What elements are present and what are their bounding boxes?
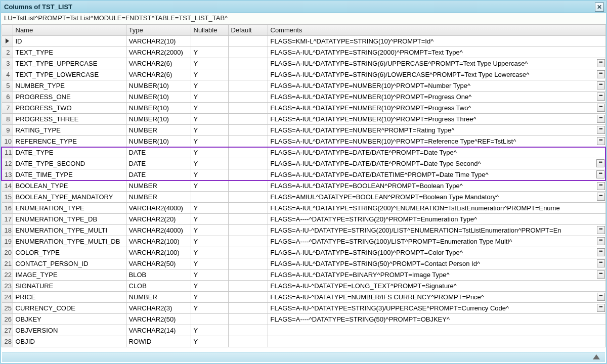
row-header[interactable]: 3 xyxy=(2,58,13,69)
cell-nullable[interactable] xyxy=(191,314,228,325)
cell-type[interactable]: NUMBER xyxy=(126,180,191,192)
table-row[interactable]: 18ENUMERATION_TYPE_MULTIVARCHAR2(4000)YF… xyxy=(2,225,605,236)
cell-name[interactable]: COLOR_TYPE xyxy=(13,247,126,258)
cell-type[interactable]: VARCHAR2(20) xyxy=(126,214,191,225)
cell-type[interactable]: VARCHAR2(100) xyxy=(126,247,191,258)
row-header[interactable]: 9 xyxy=(2,125,13,136)
cell-default[interactable] xyxy=(228,180,268,192)
grid-viewport[interactable]: Name Type Nullable Default Comments IDVA… xyxy=(1,24,606,363)
table-row[interactable]: 20COLOR_TYPEVARCHAR2(100)YFLAGS=A-IUL^DA… xyxy=(2,247,605,258)
row-header[interactable]: 24 xyxy=(2,292,13,303)
cell-name[interactable]: ID xyxy=(13,36,126,47)
row-header[interactable]: 18 xyxy=(2,225,13,236)
header-name[interactable]: Name xyxy=(13,25,126,36)
cell-default[interactable] xyxy=(228,47,268,58)
ellipsis-button[interactable]: ••• xyxy=(597,126,605,134)
cell-default[interactable] xyxy=(228,292,268,303)
table-row[interactable]: 27OBJVERSIONVARCHAR2(14)Y xyxy=(2,325,605,336)
cell-name[interactable]: OBJID xyxy=(13,336,126,347)
cell-name[interactable]: PRICE xyxy=(13,292,126,303)
table-row[interactable]: 7PROGRESS_TWONUMBER(10)YFLAGS=A-IUL^DATA… xyxy=(2,103,605,114)
cell-comments[interactable]: FLAGS=A-IUL^DATATYPE=DATE/DATE^PROMPT=Da… xyxy=(268,147,605,158)
table-row[interactable]: 23SIGNATURECLOBYFLAGS=A-IU-^DATATYPE=LON… xyxy=(2,281,605,292)
cell-type[interactable]: VARCHAR2(4000) xyxy=(126,203,191,214)
row-header[interactable] xyxy=(2,36,13,47)
cell-default[interactable] xyxy=(228,92,268,103)
ellipsis-button[interactable]: ••• xyxy=(597,137,605,145)
cell-type[interactable]: VARCHAR2(6) xyxy=(126,58,191,69)
cell-comments[interactable]: FLAGS=A-IUL^DATATYPE=STRING(2000)^PROMPT… xyxy=(268,47,605,58)
cell-type[interactable]: NUMBER(10) xyxy=(126,80,191,92)
cell-default[interactable] xyxy=(228,125,268,136)
cell-comments[interactable]: FLAGS=A-IUL^DATATYPE=STRING(6)/UPPERCASE… xyxy=(268,58,605,69)
cell-name[interactable]: DATE_TYPE_SECOND xyxy=(13,158,126,169)
cell-default[interactable] xyxy=(228,169,268,180)
cell-type[interactable]: VARCHAR2(100) xyxy=(126,236,191,247)
header-comments[interactable]: Comments xyxy=(268,25,605,36)
close-icon[interactable]: ✕ xyxy=(595,3,604,12)
row-header[interactable]: 4 xyxy=(2,69,13,80)
table-row[interactable]: 26OBJKEYVARCHAR2(50)FLAGS=A----^DATATYPE… xyxy=(2,314,605,325)
ellipsis-button[interactable]: ••• xyxy=(596,170,604,178)
table-row[interactable]: 4TEXT_TYPE_LOWERCASEVARCHAR2(6)YFLAGS=A-… xyxy=(2,69,605,80)
cell-nullable[interactable]: Y xyxy=(191,69,228,80)
row-header[interactable]: 15 xyxy=(2,192,13,203)
cell-type[interactable]: VARCHAR2(6) xyxy=(126,69,191,80)
cell-type[interactable]: VARCHAR2(4000) xyxy=(126,225,191,236)
cell-comments[interactable]: FLAGS=A-IUL^DATATYPE=STRING(6)/LOWERCASE… xyxy=(268,69,605,80)
cell-nullable[interactable]: Y xyxy=(191,325,228,336)
cell-nullable[interactable]: Y xyxy=(191,92,228,103)
cell-type[interactable]: VARCHAR2(14) xyxy=(126,325,191,336)
cell-default[interactable] xyxy=(228,203,268,214)
cell-name[interactable]: NUMBER_TYPE xyxy=(13,80,126,92)
cell-type[interactable]: VARCHAR2(3) xyxy=(126,303,191,314)
cell-comments[interactable]: FLAGS=A-IUL^DATATYPE=BOOLEAN^PROMPT=Bool… xyxy=(268,180,605,192)
cell-default[interactable] xyxy=(228,58,268,69)
row-header[interactable]: 10 xyxy=(2,136,13,147)
row-header[interactable]: 12 xyxy=(2,158,13,169)
cell-nullable[interactable]: Y xyxy=(191,303,228,314)
cell-comments[interactable]: FLAGS=A-IU-^DATATYPE=LONG_TEXT^PROMPT=Si… xyxy=(268,281,605,292)
cell-type[interactable]: VARCHAR2(2000) xyxy=(126,47,191,58)
cell-type[interactable]: VARCHAR2(10) xyxy=(126,36,191,47)
cell-type[interactable]: BLOB xyxy=(126,269,191,281)
cell-type[interactable]: NUMBER(10) xyxy=(126,103,191,114)
cell-name[interactable]: DATE_TYPE xyxy=(13,147,126,158)
header-default[interactable]: Default xyxy=(228,25,268,36)
cell-nullable[interactable]: Y xyxy=(191,114,228,125)
cell-default[interactable] xyxy=(228,136,268,147)
cell-default[interactable] xyxy=(228,236,268,247)
cell-name[interactable]: CURRENCY_CODE xyxy=(13,303,126,314)
cell-type[interactable]: NUMBER xyxy=(126,292,191,303)
table-row[interactable]: 14BOOLEAN_TYPENUMBERYFLAGS=A-IUL^DATATYP… xyxy=(2,180,605,192)
row-header[interactable]: 19 xyxy=(2,236,13,247)
ellipsis-button[interactable]: ••• xyxy=(597,182,605,190)
cell-name[interactable]: OBJVERSION xyxy=(13,325,126,336)
ellipsis-button[interactable]: ••• xyxy=(597,93,605,101)
table-row[interactable]: 8PROGRESS_THREENUMBER(10)YFLAGS=A-IUL^DA… xyxy=(2,114,605,125)
cell-default[interactable] xyxy=(228,281,268,292)
cell-nullable[interactable]: Y xyxy=(191,336,228,347)
cell-name[interactable]: PROGRESS_ONE xyxy=(13,92,126,103)
table-row[interactable]: 5NUMBER_TYPENUMBER(10)YFLAGS=A-IUL^DATAT… xyxy=(2,80,605,92)
cell-name[interactable]: PROGRESS_THREE xyxy=(13,114,126,125)
cell-comments[interactable] xyxy=(268,336,605,347)
cell-nullable[interactable]: Y xyxy=(191,269,228,281)
table-row[interactable]: 21CONTACT_PERSON_IDVARCHAR2(50)YFLAGS=A-… xyxy=(2,258,605,269)
cell-name[interactable]: ENUMERATION_TYPE_DB xyxy=(13,214,126,225)
table-row[interactable]: 19ENUMERATION_TYPE_MULTI_DBVARCHAR2(100)… xyxy=(2,236,605,247)
cell-default[interactable] xyxy=(228,80,268,92)
cell-default[interactable] xyxy=(228,247,268,258)
cell-type[interactable]: VARCHAR2(50) xyxy=(126,314,191,325)
cell-nullable[interactable]: Y xyxy=(191,169,228,180)
ellipsis-button[interactable]: ••• xyxy=(597,115,605,123)
cell-comments[interactable]: FLAGS=A-IUL^DATATYPE=DATE/DATE^PROMPT=Da… xyxy=(268,158,605,169)
cell-nullable[interactable]: Y xyxy=(191,147,228,158)
cell-comments[interactable]: FLAGS=A----^DATATYPE=STRING(20)^PROMPT=E… xyxy=(268,214,605,225)
cell-type[interactable]: NUMBER xyxy=(126,125,191,136)
cell-comments[interactable]: FLAGS=A-IUL^DATATYPE=DATE/DATETIME^PROMP… xyxy=(268,169,605,180)
table-row[interactable]: 22IMAGE_TYPEBLOBYFLAGS=A-IUL^DATATYPE=BI… xyxy=(2,269,605,281)
cell-comments[interactable]: FLAGS=KMI-L^DATATYPE=STRING(10)^PROMPT=I… xyxy=(268,36,605,47)
table-row[interactable]: 25CURRENCY_CODEVARCHAR2(3)YFLAGS=A-IU-^D… xyxy=(2,303,605,314)
table-row[interactable]: 16ENUMERATION_TYPEVARCHAR2(4000)YFLAGS=A… xyxy=(2,203,605,214)
